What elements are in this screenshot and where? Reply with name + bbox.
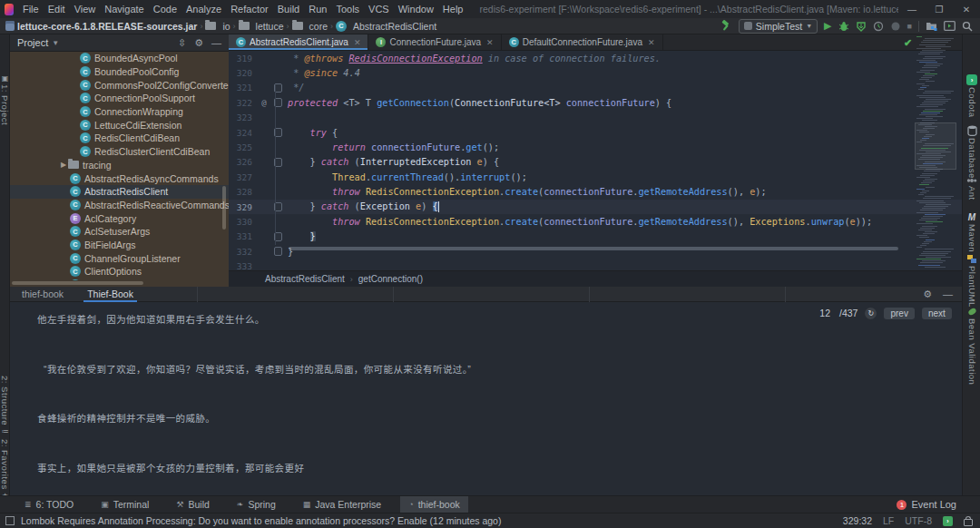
next-button[interactable]: next bbox=[922, 308, 952, 319]
settings-gear-icon[interactable]: ⚙ bbox=[194, 37, 203, 49]
tree-item-connectionpoolsupport[interactable]: CConnectionPoolSupport bbox=[10, 92, 229, 105]
override-gutter-icon[interactable]: @ bbox=[258, 98, 270, 107]
menu-item-edit[interactable]: Edit bbox=[44, 2, 69, 16]
code-editor[interactable]: 319 * @throws RedisConnectionException i… bbox=[229, 51, 962, 270]
breadcrumb-item[interactable]: CAbstractRedisClient bbox=[336, 21, 436, 32]
toolwindow-button-build[interactable]: ⚒Build bbox=[168, 496, 217, 513]
settings-gear-icon[interactable]: ⚙ bbox=[923, 288, 932, 300]
coverage-button[interactable] bbox=[856, 19, 867, 34]
code-line-322[interactable]: 322@protected <T> T getConnection(Connec… bbox=[229, 95, 962, 110]
tab-abstractredisclient.java[interactable]: CAbstractRedisClient.java✕ bbox=[229, 34, 368, 50]
close-tab-icon[interactable]: ✕ bbox=[486, 38, 494, 47]
tree-item-redisclusterclientcdibean[interactable]: CRedisClusterClientCdiBean bbox=[10, 145, 229, 159]
close-tab-icon[interactable]: ✕ bbox=[648, 38, 655, 47]
tool-stripe-plantuml[interactable]: PlantUML bbox=[963, 252, 980, 308]
maximize-icon[interactable]: ❐ bbox=[926, 0, 953, 18]
code-line-324[interactable]: 324 try { bbox=[229, 125, 962, 140]
menu-item-analyze[interactable]: Analyze bbox=[182, 2, 225, 16]
code-minimap[interactable] bbox=[915, 36, 956, 269]
toolwindow-button-javaenterprise[interactable]: ▦Java Enterprise bbox=[295, 496, 389, 513]
tree-item-channelgrouplistener[interactable]: CChannelGroupListener bbox=[10, 251, 229, 265]
tool-stripe-structure[interactable]: 2: Structure≔ bbox=[0, 376, 10, 437]
tree-item-redisclientcdibean[interactable]: CRedisClientCdiBean bbox=[10, 132, 229, 145]
hide-panel-icon[interactable]: — bbox=[943, 288, 953, 300]
breadcrumb-item[interactable]: lettuce bbox=[239, 21, 284, 32]
tool-stripe-favorites[interactable]: 2: Favorites★ bbox=[0, 439, 10, 502]
tab-defaultconnectionfuture.java[interactable]: CDefaultConnectionFuture.java✕ bbox=[502, 34, 663, 50]
tree-item-abstractredisreactivecommands[interactable]: CAbstractRedisReactiveCommands bbox=[10, 199, 229, 212]
prev-button[interactable]: prev bbox=[884, 308, 914, 319]
tree-item-commonspool2configconverter[interactable]: CCommonsPool2ConfigConverter bbox=[10, 78, 229, 92]
tree-item-abstractredisasynccommands[interactable]: CAbstractRedisAsyncCommands bbox=[10, 171, 229, 185]
tree-item-abstractredisclient[interactable]: CAbstractRedisClient bbox=[10, 185, 229, 199]
tool-stripe-ant[interactable]: Ant bbox=[963, 175, 980, 200]
tree-item-boundedasyncpool[interactable]: CBoundedAsyncPool bbox=[10, 52, 229, 65]
menu-item-refactor[interactable]: Refactor bbox=[227, 2, 272, 16]
project-structure-button[interactable] bbox=[926, 19, 937, 34]
run-window-button[interactable] bbox=[944, 19, 956, 34]
menu-item-view[interactable]: View bbox=[71, 2, 100, 16]
expand-collapse-icon[interactable]: ⇳ bbox=[178, 37, 186, 49]
menu-item-build[interactable]: Build bbox=[274, 2, 303, 16]
event-log-button[interactable]: 1 Event Log bbox=[897, 499, 956, 510]
toolwindow-toggle-icon[interactable] bbox=[5, 516, 15, 525]
fold-marker-icon[interactable] bbox=[274, 247, 282, 256]
menu-item-vcs[interactable]: VCS bbox=[365, 2, 393, 16]
code-line-330[interactable]: 330 throw RedisConnectionException.creat… bbox=[229, 214, 962, 229]
breadcrumb-item[interactable]: io bbox=[205, 21, 230, 32]
tree-item-aclsetuserargs[interactable]: CAclSetuserArgs bbox=[10, 225, 229, 239]
toolwindow-button-6todo[interactable]: ≣6: TODO bbox=[16, 496, 82, 513]
tree-item-tracing[interactable]: ▶tracing bbox=[10, 159, 229, 172]
code-line-328[interactable]: 328 throw RedisConnectionException.creat… bbox=[229, 185, 962, 200]
tool-stripe-codota[interactable]: ›Codota bbox=[963, 73, 980, 118]
project-vertical-scrollbar[interactable] bbox=[222, 186, 226, 230]
tab-connectionfuture.java[interactable]: IConnectionFuture.java✕ bbox=[368, 34, 501, 50]
tool-stripe-maven[interactable]: MMaven bbox=[963, 211, 980, 252]
toolwindow-button-spring[interactable]: ❧Spring bbox=[229, 496, 284, 513]
breadcrumb-item[interactable]: lettuce-core-6.1.8.RELEASE-sources.jar bbox=[5, 21, 197, 32]
code-line-326[interactable]: 326 } catch (InterruptedException e) { bbox=[229, 155, 962, 170]
refresh-icon[interactable]: ↻ bbox=[865, 308, 877, 319]
tree-item-lettucecdiextension[interactable]: CLettuceCdiExtension bbox=[10, 118, 229, 132]
tree-item-boundedpoolconfig[interactable]: CBoundedPoolConfig bbox=[10, 65, 229, 79]
search-everywhere-button[interactable] bbox=[962, 19, 973, 34]
tool-stripe-database[interactable]: Database bbox=[963, 123, 980, 179]
tree-item-connectionwrapping[interactable]: CConnectionWrapping bbox=[10, 105, 229, 119]
menu-item-navigate[interactable]: Navigate bbox=[101, 2, 147, 16]
code-line-327[interactable]: 327 Thread.currentThread().interrupt(); bbox=[229, 170, 962, 184]
tree-item-closeevents[interactable]: CCloseEvents bbox=[10, 279, 229, 280]
tool-stripe-beanvalidation[interactable]: Bean Validation bbox=[963, 305, 980, 385]
expand-arrow-icon[interactable]: ▶ bbox=[59, 161, 68, 169]
code-line-323[interactable]: 323 bbox=[229, 111, 962, 125]
code-line-321[interactable]: 321 */ bbox=[229, 81, 962, 95]
caret-position-widget[interactable]: 329:32 bbox=[843, 515, 872, 526]
tool-stripe-project[interactable]: ▣1: Project bbox=[0, 73, 10, 125]
editor-horizontal-scrollbar[interactable] bbox=[289, 247, 898, 250]
editor-breadcrumb-item[interactable]: AbstractRedisClient bbox=[265, 274, 345, 284]
readonly-lock-icon[interactable] bbox=[964, 519, 973, 526]
code-line-329[interactable]: 329 } catch (Exception e) { bbox=[229, 200, 962, 214]
run-config-selector[interactable]: SimpleTest▼ bbox=[739, 19, 818, 34]
run-with-profiler-button[interactable] bbox=[890, 19, 901, 34]
page-number-input[interactable] bbox=[808, 307, 832, 319]
code-line-331[interactable]: 331 } bbox=[229, 230, 962, 244]
tree-item-clientoptions[interactable]: CClientOptions bbox=[10, 265, 229, 279]
encoding-widget[interactable]: UTF-8 bbox=[905, 515, 932, 526]
debug-button[interactable] bbox=[838, 19, 849, 34]
inspection-ok-icon[interactable]: ✔ bbox=[904, 37, 912, 49]
run-button[interactable]: ▶ bbox=[824, 19, 831, 34]
menu-item-file[interactable]: File bbox=[19, 2, 43, 16]
menu-item-run[interactable]: Run bbox=[305, 2, 330, 16]
code-line-325[interactable]: 325 return connectionFuture.get(); bbox=[229, 140, 962, 154]
line-separator-widget[interactable]: LF bbox=[883, 515, 894, 526]
editor-breadcrumb-item[interactable]: getConnection() bbox=[358, 274, 423, 284]
menu-item-help[interactable]: Help bbox=[439, 2, 467, 16]
stop-button[interactable]: ■ bbox=[907, 19, 912, 34]
menu-item-code[interactable]: Code bbox=[150, 2, 181, 16]
thief-book-tab[interactable]: Thief-Book bbox=[83, 287, 137, 302]
project-horizontal-scrollbar[interactable] bbox=[12, 281, 143, 285]
close-tab-icon[interactable]: ✕ bbox=[354, 38, 361, 47]
code-line-319[interactable]: 319 * @throws RedisConnectionException i… bbox=[229, 51, 962, 65]
close-icon[interactable]: ✕ bbox=[953, 0, 980, 18]
tree-item-bitfieldargs[interactable]: CBitFieldArgs bbox=[10, 239, 229, 252]
